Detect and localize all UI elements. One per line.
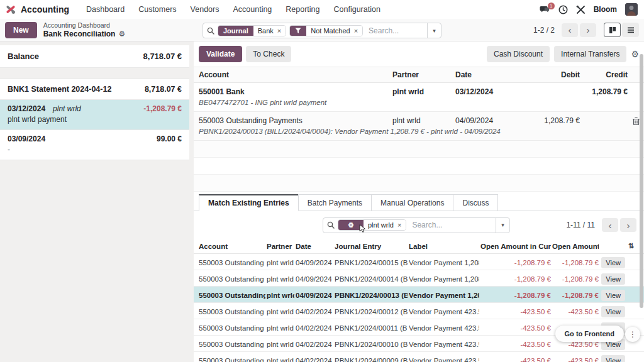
menu-vendors[interactable]: Vendors: [184, 5, 226, 14]
search-icon: [207, 27, 214, 35]
accounting-app-icon[interactable]: [5, 4, 16, 15]
match-pager-next-button[interactable]: ›: [620, 218, 636, 232]
match-label: Vendor Payment 423.50...: [409, 341, 479, 348]
empty-row: [194, 158, 644, 175]
view-button[interactable]: View: [601, 306, 625, 317]
menu-dashboard[interactable]: Dashboard: [79, 5, 131, 14]
trash-icon: [633, 117, 640, 125]
tab-discuss[interactable]: Discuss: [453, 194, 498, 211]
menu-customers[interactable]: Customers: [131, 5, 183, 14]
pager-previous-button[interactable]: ‹: [562, 23, 578, 37]
col-label[interactable]: Label: [409, 243, 479, 250]
statement-title: BNK1 Statement 2024-04-12: [8, 85, 111, 94]
col-open-amount-currency[interactable]: Open Amount in Curr...: [480, 243, 551, 250]
match-search-placeholder[interactable]: Search...: [412, 221, 496, 229]
match-label: Vendor Payment 1,208....: [409, 275, 479, 283]
tab-manual-operations[interactable]: Manual Operations: [371, 194, 453, 211]
page-title: Bank Reconciliation: [43, 30, 116, 38]
messages-icon[interactable]: 1: [540, 5, 550, 14]
internal-transfers-button[interactable]: Internal Transfers: [554, 46, 626, 62]
scrollbar-thumb[interactable]: [640, 54, 643, 308]
match-journal-entry: PBNK1/2024/00015 (BI...: [335, 259, 408, 266]
statement-line[interactable]: 03/09/2024 99.00 € -: [0, 130, 189, 160]
view-button[interactable]: View: [601, 290, 625, 301]
col-credit[interactable]: Credit: [580, 70, 628, 79]
journal-facet: Journal Bank ×: [218, 25, 286, 36]
col-date[interactable]: Date: [296, 243, 333, 250]
tab-batch-payments[interactable]: Batch Payments: [298, 194, 372, 211]
match-date: 04/09/2024: [296, 259, 333, 266]
partner-facet: ⚙ plnt wrld ×: [338, 219, 406, 231]
match-account: 550003 Outstanding P...: [199, 341, 265, 348]
col-open-amount[interactable]: Open Amount: [552, 243, 599, 250]
go-to-frontend-button[interactable]: Go to Frontend: [555, 326, 624, 342]
match-account: 550003 Outstanding P...: [199, 275, 265, 283]
match-date: 04/09/2024: [296, 275, 333, 283]
col-debit[interactable]: Debit: [518, 70, 580, 79]
match-label: Vendor Payment 1,208....: [409, 259, 479, 266]
scrollbar-track[interactable]: [640, 52, 643, 358]
kanban-view-button[interactable]: [604, 23, 621, 37]
view-switcher: [604, 23, 639, 37]
main-search-bar[interactable]: Journal Bank × Not Matched × Search... ▾: [203, 23, 441, 38]
match-table-row[interactable]: 550003 Outstanding P... plnt wrld 04/09/…: [194, 254, 644, 270]
user-avatar[interactable]: [625, 3, 638, 16]
col-date[interactable]: Date: [455, 70, 518, 79]
statement-list: BNK1 Statement 2024-04-12 8,718.07 € 03/…: [0, 79, 189, 160]
breadcrumb-parent[interactable]: Accounting Dashboard: [43, 21, 125, 30]
reco-row-bank[interactable]: 550001 Bank plnt wrld 03/12/2024 1,208.7…: [194, 83, 644, 112]
activities-icon[interactable]: [558, 5, 568, 14]
menu-accounting[interactable]: Accounting: [226, 5, 279, 14]
list-view-button[interactable]: [622, 23, 639, 37]
statement-header[interactable]: BNK1 Statement 2024-04-12 8,718.07 €: [0, 79, 189, 100]
col-account[interactable]: Account: [194, 70, 392, 79]
menu-reporting[interactable]: Reporting: [279, 5, 326, 14]
developer-tools-icon[interactable]: [576, 5, 586, 14]
reco-row-outstanding[interactable]: 550003 Outstanding Payments plnt wrld 04…: [194, 112, 644, 141]
match-date: 04/02/2024: [296, 308, 333, 315]
remove-journal-facet-icon[interactable]: ×: [277, 27, 281, 35]
view-button[interactable]: View: [601, 273, 625, 285]
match-table-row[interactable]: 550003 Outstanding P... plnt wrld 04/02/…: [194, 303, 644, 319]
gear-glyph: ⚙: [348, 221, 354, 229]
match-journal-entry: PBNK1/2024/00011 (BI...: [335, 324, 408, 332]
remove-not-matched-facet-icon[interactable]: ×: [354, 27, 358, 35]
match-pager-previous-button[interactable]: ‹: [602, 218, 618, 232]
col-partner[interactable]: Partner: [267, 243, 294, 250]
match-label: Vendor Payment 423.50...: [409, 357, 479, 362]
control-panel-right: 1-2 / 2 ‹ ›: [533, 23, 639, 37]
match-search-dropdown-toggle[interactable]: ▾: [496, 218, 509, 233]
pager-next-button[interactable]: ›: [580, 23, 596, 37]
breadcrumb-gear-icon[interactable]: ⚙: [118, 30, 125, 38]
list-view-icon: [627, 26, 635, 34]
col-partner[interactable]: Partner: [392, 70, 455, 79]
optional-columns-toggle-icon[interactable]: ⇅: [626, 242, 634, 250]
reconciliation-settings-icon[interactable]: ⚙: [631, 49, 639, 59]
validate-button[interactable]: Validate: [199, 46, 242, 62]
statement-line-selected[interactable]: 03/12/2024 plnt wrld -1,208.79 € plnt wr…: [0, 100, 189, 130]
new-button[interactable]: New: [5, 22, 37, 38]
tab-match-existing-entries[interactable]: Match Existing Entries: [199, 194, 299, 211]
view-button[interactable]: View: [601, 355, 625, 362]
user-name[interactable]: Bloom: [594, 5, 617, 14]
menu-configuration[interactable]: Configuration: [327, 5, 387, 14]
app-name[interactable]: Accounting: [21, 4, 69, 14]
partner-facet-gear-icon[interactable]: ⚙: [338, 220, 364, 230]
col-journal-entry[interactable]: Journal Entry: [335, 243, 408, 250]
frontend-more-options-button[interactable]: ⋮: [625, 327, 640, 342]
match-table-row[interactable]: 550003 Outstanding P... plnt wrld 04/09/…: [194, 287, 644, 303]
match-table-row[interactable]: 550003 Outstanding P... plnt wrld 04/02/…: [194, 352, 644, 362]
empty-row: [194, 175, 644, 192]
cash-discount-button[interactable]: Cash Discount: [487, 46, 550, 62]
match-open-amount-currency: -1,208.79 €: [480, 292, 551, 299]
match-table-row[interactable]: 550003 Outstanding P... plnt wrld 04/09/…: [194, 270, 644, 287]
match-search-bar[interactable]: ⚙ plnt wrld × Search... ▾: [323, 217, 510, 233]
col-account[interactable]: Account: [199, 243, 265, 250]
search-dropdown-toggle[interactable]: ▾: [427, 23, 441, 38]
journal-facet-value: Bank: [258, 27, 274, 35]
to-check-button[interactable]: To Check: [246, 46, 291, 62]
remove-partner-facet-icon[interactable]: ×: [397, 221, 401, 229]
action-bar: Validate To Check Cash Discount Internal…: [194, 45, 644, 67]
view-button[interactable]: View: [601, 257, 625, 268]
search-placeholder[interactable]: Search...: [369, 26, 427, 35]
